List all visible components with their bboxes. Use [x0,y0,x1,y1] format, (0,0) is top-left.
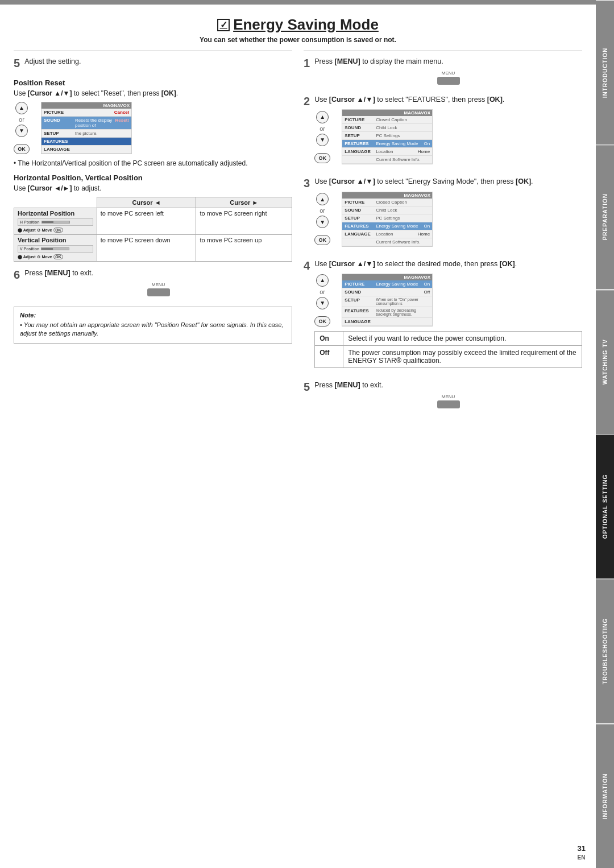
r-step4-number: 4 [304,259,310,272]
arrow-up-btn: ▲ [15,102,28,114]
or-label: or [19,116,24,123]
r2-arrow-down: ▼ [316,134,329,146]
two-col-layout: 5 Adjust the setting. Position Reset Use… [14,51,582,419]
r-step5-content: Press [MENU] to exit. MENU [314,381,582,411]
r3-ok: OK [314,235,330,245]
col-cursor-left: Cursor ◄ [97,197,196,208]
r-step1-text: Press [MENU] to display the main menu. [314,57,582,67]
r-step4-menu: MAGNAVOX PICTURE Energy Saving Mode On S… [342,274,433,326]
r2-ok: OK [314,153,330,163]
h-cursor-left-action: to move PC screen left [97,208,196,235]
tab-watching-tv[interactable]: WATCHING TV [596,290,614,434]
step6-number: 6 [14,268,20,282]
r-step2-menu: MAGNAVOX PICTURE Closed Caption SOUND Ch… [342,109,433,164]
r-step4-illustration: ▲ or ▼ OK MAGNAVOX PICTURE Energy Saving… [314,274,582,326]
r-step1-row: 1 Press [MENU] to display the main menu.… [304,57,582,87]
page-number: 31 EN [578,844,586,861]
step6-text: Press [MENU] to exit. [24,268,292,279]
option-table: On Select if you want to reduce the powe… [314,331,582,368]
h-position-cell: Horizontal Position H Position ⬤ Adjust … [14,208,97,235]
r-step3-text: Use [Cursor ▲/▼] to select "Energy Savin… [314,177,582,187]
r-step3-menu: MAGNAVOX PICTURE Closed Caption SOUND Ch… [342,192,433,247]
r-step3-illustration: ▲ or ▼ OK MAGNAVOX PICTURE Closed Captio… [314,192,582,247]
menu-row-features: FEATURES [42,138,131,146]
r-step4-row: 4 Use [Cursor ▲/▼] to select the desired… [304,259,582,373]
menu-button-step6: MENU [24,282,292,296]
page-subtitle: You can set whether the power consumptio… [14,36,582,44]
reset-menu-screenshot: MAGNAVOX PICTURE Cancel SOUND Resets the… [41,102,132,154]
step6-content: Press [MENU] to exit. MENU [24,268,292,299]
main-content: ✓ Energy Saving Mode You can set whether… [0,5,596,868]
option-on-key: On [315,332,343,346]
v-cursor-left-action: to move PC screen down [97,235,196,262]
page-title-area: ✓ Energy Saving Mode You can set whether… [14,16,582,44]
sidebar-tabs: INTRODUCTION PREPARATION WATCHING TV OPT… [596,0,614,868]
menu-button-step5r: MENU [314,394,582,408]
menu-row-sound: SOUND Resets the display position of Res… [42,117,131,130]
position-table: Cursor ◄ Cursor ► Horizontal Position H … [14,197,292,262]
r-step5-text: Press [MENU] to exit. [314,381,582,391]
r3-arrow-up: ▲ [316,193,329,205]
v-cursor-right-action: to move PC screen up [196,235,292,262]
r-step3-number: 3 [304,177,310,190]
tab-introduction[interactable]: INTRODUCTION [596,0,614,144]
r-step2-content: Use [Cursor ▲/▼] to select "FEATURES", t… [314,95,582,170]
r-step3-content: Use [Cursor ▲/▼] to select "Energy Savin… [314,177,582,251]
right-column: 1 Press [MENU] to display the main menu.… [304,51,582,419]
h-slider: H Position [18,218,93,226]
r-step1-content: Press [MENU] to display the main menu. M… [314,57,582,87]
top-bar [0,0,596,5]
row-vertical-position: Vertical Position V Position ⬤ Adjust ⊙ … [14,235,292,262]
hv-position-title: Horizontal Position, Vertical Position [14,173,292,182]
step5-row: 5 Adjust the setting. [14,57,292,71]
step5-number: 5 [14,57,20,70]
v-slider: V Position [18,245,93,253]
position-reset-desc: Use [Cursor ▲/▼] to select "Reset", then… [14,89,292,97]
position-reset-title: Position Reset [14,78,292,87]
menu-row-language: LANGUAGE [42,146,131,154]
r-step4-remote: ▲ or ▼ OK [314,274,330,326]
r-step2-number: 2 [304,95,310,108]
h-cursor-right-action: to move PC screen right [196,208,292,235]
menu-header: MAGNAVOX [42,102,131,109]
option-on-value: Select if you want to reduce the power c… [343,332,582,346]
tab-troubleshooting[interactable]: TROUBLESHOOTING [596,578,614,723]
r-step1-number: 1 [304,57,310,70]
r4-arrow-up: ▲ [316,274,329,287]
note-box: Note: • You may not obtain an appropriat… [14,307,292,344]
option-off-value: The power consumption may possibly excee… [343,346,582,368]
arrow-down-btn: ▼ [15,125,28,137]
step5-content: Adjust the setting. [24,57,292,71]
r2-arrow-up: ▲ [316,111,329,123]
menu-row-setup: SETUP the picture. [42,130,131,138]
note-text: • You may not obtain an appropriate scre… [20,321,286,338]
menu-button-step1: MENU [314,71,582,85]
r-step2-illustration: ▲ or ▼ OK MAGNAVOX PICTURE Closed Captio… [314,109,582,164]
row-horizontal-position: Horizontal Position H Position ⬤ Adjust … [14,208,292,235]
hv-position-desc: Use [Cursor ◄/►] to adjust. [14,184,292,192]
r3-arrow-down: ▼ [316,216,329,228]
v-position-cell: Vertical Position V Position ⬤ Adjust ⊙ … [14,235,97,262]
step6-row: 6 Press [MENU] to exit. MENU [14,268,292,299]
note-title: Note: [20,312,286,319]
checkbox-icon: ✓ [217,19,230,31]
option-off-key: Off [315,346,343,368]
r-step2-row: 2 Use [Cursor ▲/▼] to select "FEATURES",… [304,95,582,170]
menu-row-picture: PICTURE Cancel [42,109,131,117]
col-cursor-right: Cursor ► [196,197,292,208]
auto-adjust-note: • The Horizontal/Vertical position of th… [14,159,292,168]
r-step4-content: Use [Cursor ▲/▼] to select the desired m… [314,259,582,373]
page-lang: EN [578,854,586,861]
tab-information[interactable]: INFORMATION [596,724,614,868]
tab-preparation[interactable]: PREPARATION [596,144,614,289]
step5-text: Adjust the setting. [24,57,292,67]
r-step5-row: 5 Press [MENU] to exit. MENU [304,381,582,411]
remote-buttons-left: ▲ or ▼ OK [14,102,30,154]
left-column: 5 Adjust the setting. Position Reset Use… [14,51,292,419]
r-step3-remote: ▲ or ▼ OK [314,193,330,245]
option-on-row: On Select if you want to reduce the powe… [315,332,582,346]
ok-btn: OK [14,144,30,154]
page-title: ✓ Energy Saving Mode [217,16,379,34]
r-step2-remote: ▲ or ▼ OK [314,111,330,163]
tab-optional-setting[interactable]: OPTIONAL SETTING [596,434,614,578]
